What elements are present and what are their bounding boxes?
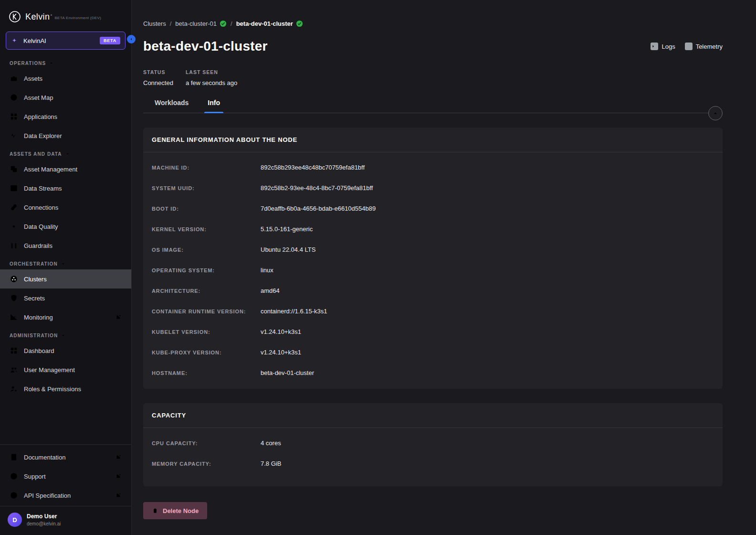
page-footer: Delete Node bbox=[132, 494, 756, 535]
users-icon bbox=[10, 365, 18, 374]
info-row: SYSTEM UUID: 892c58b2-93ee-48c4-8bc7-075… bbox=[152, 178, 714, 198]
sparkle-icon bbox=[11, 37, 19, 44]
breadcrumb-cluster[interactable]: beta-cluster-01 bbox=[175, 20, 217, 27]
sidebar-item-documentation[interactable]: Documentation bbox=[0, 448, 131, 467]
info-value: 5.15.0-161-generic bbox=[261, 225, 313, 233]
breadcrumb-separator: / bbox=[170, 20, 172, 27]
user-menu[interactable]: D Demo User demo@kelvin.ai bbox=[0, 506, 131, 535]
sidebar-item-guardrails[interactable]: Guardrails bbox=[0, 236, 131, 255]
sidebar-item-data-quality[interactable]: Data Quality bbox=[0, 217, 131, 236]
sidebar-item-label: KelvinAI bbox=[23, 37, 46, 44]
sidebar-item-label: Connections bbox=[24, 204, 58, 211]
cluster-icon bbox=[10, 275, 18, 283]
sidebar-item-assets[interactable]: Assets bbox=[0, 69, 131, 88]
info-row: CPU CAPACITY: 4 cores bbox=[152, 433, 714, 453]
section-title: ORCHESTRATION bbox=[10, 261, 58, 267]
external-link-icon bbox=[115, 314, 122, 321]
sidebar-item-data-explorer[interactable]: Data Explorer bbox=[0, 126, 131, 145]
info-label: CPU CAPACITY: bbox=[152, 440, 261, 446]
sidebar-item-label: Guardrails bbox=[24, 242, 52, 249]
tab-workloads[interactable]: Workloads bbox=[155, 99, 189, 113]
last-seen-value: a few seconds ago bbox=[186, 79, 237, 86]
info-row: OS IMAGE: Ubuntu 22.04.4 LTS bbox=[152, 239, 714, 260]
external-link-icon bbox=[115, 454, 122, 460]
info-row: KUBE-PROXY VERSION: v1.24.10+k3s1 bbox=[152, 342, 714, 363]
sidebar-item-label: Monitoring bbox=[24, 314, 53, 321]
lifebuoy-icon bbox=[10, 472, 18, 481]
sidebar-item-label: Data Streams bbox=[24, 185, 62, 192]
info-row: OPERATING SYSTEM: linux bbox=[152, 260, 714, 280]
sidebar-item-user-management[interactable]: User Management bbox=[0, 360, 131, 379]
sidebar-item-label: Roles & Permissions bbox=[24, 385, 81, 393]
check-circle-icon bbox=[296, 20, 303, 27]
sidebar-section-operations[interactable]: OPERATIONS bbox=[0, 54, 131, 69]
trash-icon bbox=[152, 507, 158, 514]
section-title: OPERATIONS bbox=[10, 61, 46, 66]
chevron-up-icon bbox=[712, 110, 719, 117]
info-row: CONTAINER RUNTIME VERSION: containerd://… bbox=[152, 301, 714, 321]
chevron-down-icon bbox=[49, 61, 54, 66]
sidebar-collapse-button[interactable] bbox=[127, 35, 136, 43]
info-value: amd64 bbox=[261, 287, 280, 294]
telemetry-button[interactable]: Telemetry bbox=[685, 43, 723, 50]
sidebar-item-applications[interactable]: Applications bbox=[0, 107, 131, 126]
page-title: beta-dev-01-cluster bbox=[143, 39, 268, 54]
info-row: HOSTNAME: beta-dev-01-cluster bbox=[152, 363, 714, 383]
main-content: Clusters / beta-cluster-01 / beta-dev-01… bbox=[132, 0, 756, 535]
sidebar-item-kelvinai[interactable]: KelvinAI BETA bbox=[6, 32, 126, 50]
shield-icon bbox=[10, 294, 18, 302]
logs-button[interactable]: Logs bbox=[651, 43, 675, 50]
tab-info[interactable]: Info bbox=[208, 99, 220, 113]
sidebar-section-administration[interactable]: ADMINISTRATION bbox=[0, 327, 131, 341]
sidebar-item-asset-management[interactable]: Asset Management bbox=[0, 160, 131, 179]
sidebar-section-orchestration[interactable]: ORCHESTRATION bbox=[0, 255, 131, 269]
breadcrumb: Clusters / beta-cluster-01 / beta-dev-01… bbox=[143, 0, 723, 27]
waveform-icon bbox=[10, 131, 18, 140]
info-value: linux bbox=[261, 267, 273, 274]
sidebar-item-connections[interactable]: Connections bbox=[0, 198, 131, 217]
sidebar-item-asset-map[interactable]: Asset Map bbox=[0, 88, 131, 107]
external-link-icon bbox=[115, 473, 122, 480]
sidebar-item-data-streams[interactable]: Data Streams bbox=[0, 179, 131, 198]
apps-grid-icon bbox=[10, 112, 18, 121]
asset-stack-icon bbox=[10, 165, 18, 173]
user-gear-icon bbox=[10, 385, 18, 393]
page-header: beta-dev-01-cluster Logs Telemetry bbox=[143, 39, 723, 54]
breadcrumb-clusters[interactable]: Clusters bbox=[143, 20, 166, 27]
globe-icon bbox=[10, 93, 18, 102]
info-label: SYSTEM UUID: bbox=[152, 185, 261, 191]
info-label: OS IMAGE: bbox=[152, 247, 261, 253]
sidebar-item-label: Secrets bbox=[24, 295, 45, 302]
sidebar-item-roles-permissions[interactable]: Roles & Permissions bbox=[0, 379, 131, 398]
sidebar-footer-links: Documentation Support API Specification bbox=[0, 444, 131, 506]
delete-node-button[interactable]: Delete Node bbox=[143, 502, 207, 519]
sidebar-section-assets-and-data[interactable]: ASSETS AND DATA bbox=[0, 145, 131, 160]
sidebar-item-api-specification[interactable]: API Specification bbox=[0, 486, 131, 505]
sidebar-item-label: Asset Map bbox=[24, 94, 53, 101]
sidebar-item-dashboard[interactable]: Dashboard bbox=[0, 341, 131, 360]
panel-title: CAPACITY bbox=[143, 403, 723, 428]
info-row: ARCHITECTURE: amd64 bbox=[152, 280, 714, 301]
chevron-down-icon bbox=[61, 333, 66, 338]
sidebar-item-clusters[interactable]: Clusters bbox=[0, 269, 131, 289]
beta-badge: BETA bbox=[100, 37, 120, 44]
tabs-bar: Workloads Info bbox=[143, 99, 723, 113]
header-actions: Logs Telemetry bbox=[651, 43, 723, 50]
breadcrumb-current: beta-dev-01-cluster bbox=[236, 20, 293, 27]
status-value: Connected bbox=[143, 79, 173, 86]
info-value: 7d0eaffb-6b0a-4656-bdab-e6610d554b89 bbox=[261, 205, 376, 212]
sidebar-item-label: API Specification bbox=[24, 492, 71, 499]
collapse-section-button[interactable] bbox=[708, 106, 723, 120]
sidebar-item-secrets[interactable]: Secrets bbox=[0, 289, 131, 308]
check-circle-icon bbox=[220, 20, 227, 27]
sidebar-item-support[interactable]: Support bbox=[0, 467, 131, 486]
capacity-panel: CAPACITY CPU CAPACITY: 4 cores MEMORY CA… bbox=[143, 403, 723, 486]
sidebar-item-label: User Management bbox=[24, 366, 75, 374]
last-seen-label: LAST SEEN bbox=[186, 69, 237, 75]
info-row: MACHINE ID: 892c58b293ee48c48bc70759efa8… bbox=[152, 157, 714, 178]
info-label: OPERATING SYSTEM: bbox=[152, 268, 261, 273]
external-link-icon bbox=[115, 492, 122, 499]
document-icon bbox=[10, 453, 18, 461]
sidebar-item-label: Support bbox=[24, 473, 46, 480]
sidebar-item-monitoring[interactable]: Monitoring bbox=[0, 308, 131, 327]
